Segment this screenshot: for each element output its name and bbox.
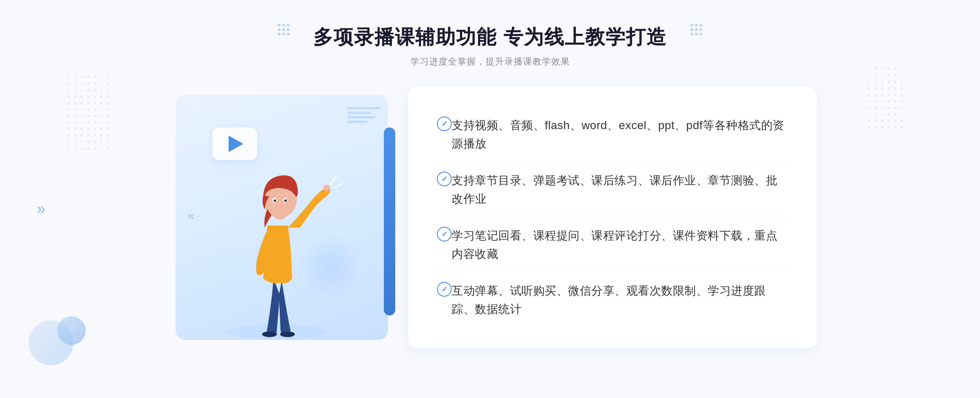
check-icon-1: ✓ [437,116,452,131]
feature-text-4: 互动弹幕、试听购买、微信分享、观看次数限制、学习进度跟踪、数据统计 [452,282,788,319]
check-icon-3: ✓ [437,227,452,241]
svg-line-11 [333,184,342,188]
arrow-decoration-left: » [37,200,45,218]
svg-point-1 [262,331,277,337]
figure-illustration [204,127,351,340]
stripes-decoration [347,107,380,123]
check-icon-2: ✓ [437,172,452,186]
circle-decoration-large [29,320,74,365]
svg-line-10 [330,177,337,185]
content-area: « [163,87,817,348]
header-dots-left [278,24,290,36]
features-panel: ✓ 支持视频、音频、flash、word、excel、ppt、pdf等各种格式的… [408,87,817,348]
feature-text-1: 支持视频、音频、flash、word、excel、ppt、pdf等各种格式的资源… [452,116,788,153]
header-dots-right [690,24,702,36]
svg-point-2 [280,331,295,337]
feature-text-3: 学习笔记回看、课程提问、课程评论打分、课件资料下载，重点内容收藏 [452,227,788,264]
title-area: 多项录播课辅助功能 专为线上教学打造 学习进度全掌握，提升录播课教学效果 [313,25,666,68]
blue-accent-bar [384,127,395,315]
illustration-card: « [176,95,388,340]
svg-point-7 [274,199,276,202]
page-container: » 多项录播课辅助功能 专为线上教学打造 学习进度全掌握，提升录播课教学效果 [0,0,980,398]
svg-point-9 [323,185,330,191]
main-title: 多项录播课辅助功能 专为线上教学打造 [313,25,666,50]
dots-decoration-right [866,65,906,131]
check-icon-4: ✓ [437,282,452,297]
feature-item-2: ✓ 支持章节目录、弹题考试、课后练习、课后作业、章节测验、批改作业 [437,164,788,216]
feature-text-2: 支持章节目录、弹题考试、课后练习、课后作业、章节测验、批改作业 [452,172,788,208]
svg-point-8 [284,199,287,202]
illustration-wrapper: « [163,87,400,348]
feature-item-1: ✓ 支持视频、音频、flash、word、excel、ppt、pdf等各种格式的… [437,109,788,161]
feature-item-3: ✓ 学习笔记回看、课程提问、课程评论打分、课件资料下载，重点内容收藏 [437,219,788,271]
dots-decoration-left [65,74,114,155]
svg-line-12 [331,172,339,183]
sub-title: 学习进度全掌握，提升录播课教学效果 [313,56,666,68]
chevrons-inner-icon: « [188,209,194,222]
svg-point-0 [229,324,327,339]
feature-item-4: ✓ 互动弹幕、试听购买、微信分享、观看次数限制、学习进度跟踪、数据统计 [437,275,788,326]
